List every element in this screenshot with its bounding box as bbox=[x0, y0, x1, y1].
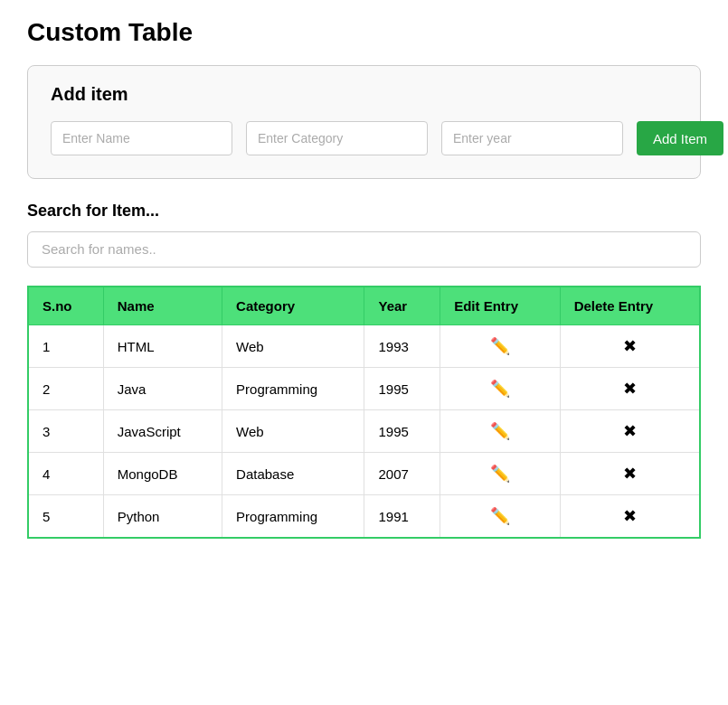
cell-sno: 5 bbox=[28, 495, 103, 539]
cell-edit[interactable]: ✏️ bbox=[440, 410, 560, 453]
cell-name: JavaScript bbox=[103, 410, 222, 453]
col-name: Name bbox=[103, 287, 222, 325]
cell-delete[interactable]: ✖ bbox=[560, 325, 700, 368]
cell-delete[interactable]: ✖ bbox=[560, 410, 700, 453]
table-row: 2JavaProgramming1995✏️✖ bbox=[28, 368, 700, 410]
cell-category: Programming bbox=[222, 368, 364, 410]
search-container bbox=[27, 231, 701, 268]
col-year: Year bbox=[364, 287, 440, 325]
cell-sno: 4 bbox=[28, 453, 103, 495]
cell-name: Java bbox=[103, 368, 222, 410]
cell-sno: 1 bbox=[28, 325, 103, 368]
table-row: 4MongoDBDatabase2007✏️✖ bbox=[28, 453, 700, 495]
data-table: S.no Name Category Year Edit Entry Delet… bbox=[27, 286, 701, 539]
cell-category: Database bbox=[222, 453, 364, 495]
add-item-heading: Add item bbox=[51, 84, 677, 105]
cell-year: 1995 bbox=[364, 368, 440, 410]
cell-category: Web bbox=[222, 410, 364, 453]
cell-year: 1995 bbox=[364, 410, 440, 453]
cell-year: 1991 bbox=[364, 495, 440, 539]
table-body: 1HTMLWeb1993✏️✖2JavaProgramming1995✏️✖3J… bbox=[28, 325, 700, 539]
cell-edit[interactable]: ✏️ bbox=[440, 495, 560, 539]
search-label: Search for Item... bbox=[27, 202, 701, 221]
cell-delete[interactable]: ✖ bbox=[560, 453, 700, 495]
cell-delete[interactable]: ✖ bbox=[560, 368, 700, 410]
category-input[interactable] bbox=[246, 121, 428, 155]
table-row: 3JavaScriptWeb1995✏️✖ bbox=[28, 410, 700, 453]
search-input[interactable] bbox=[42, 241, 686, 257]
col-edit: Edit Entry bbox=[440, 287, 560, 325]
col-delete: Delete Entry bbox=[560, 287, 700, 325]
cell-delete[interactable]: ✖ bbox=[560, 495, 700, 539]
cell-year: 1993 bbox=[364, 325, 440, 368]
cell-name: MongoDB bbox=[103, 453, 222, 495]
table-header: S.no Name Category Year Edit Entry Delet… bbox=[28, 287, 700, 325]
add-item-form: Add Item bbox=[51, 121, 677, 155]
add-item-button[interactable]: Add Item bbox=[637, 121, 723, 155]
cell-edit[interactable]: ✏️ bbox=[440, 325, 560, 368]
table-row: 1HTMLWeb1993✏️✖ bbox=[28, 325, 700, 368]
cell-edit[interactable]: ✏️ bbox=[440, 453, 560, 495]
year-input[interactable] bbox=[441, 121, 623, 155]
table-row: 5PythonProgramming1991✏️✖ bbox=[28, 495, 700, 539]
table-header-row: S.no Name Category Year Edit Entry Delet… bbox=[28, 287, 700, 325]
cell-name: HTML bbox=[103, 325, 222, 368]
cell-sno: 2 bbox=[28, 368, 103, 410]
cell-category: Programming bbox=[222, 495, 364, 539]
cell-sno: 3 bbox=[28, 410, 103, 453]
cell-name: Python bbox=[103, 495, 222, 539]
page-title: Custom Table bbox=[27, 18, 701, 47]
name-input[interactable] bbox=[51, 121, 232, 155]
col-category: Category bbox=[222, 287, 364, 325]
col-sno: S.no bbox=[28, 287, 103, 325]
cell-category: Web bbox=[222, 325, 364, 368]
cell-year: 2007 bbox=[364, 453, 440, 495]
cell-edit[interactable]: ✏️ bbox=[440, 368, 560, 410]
add-item-card: Add item Add Item bbox=[27, 65, 701, 179]
